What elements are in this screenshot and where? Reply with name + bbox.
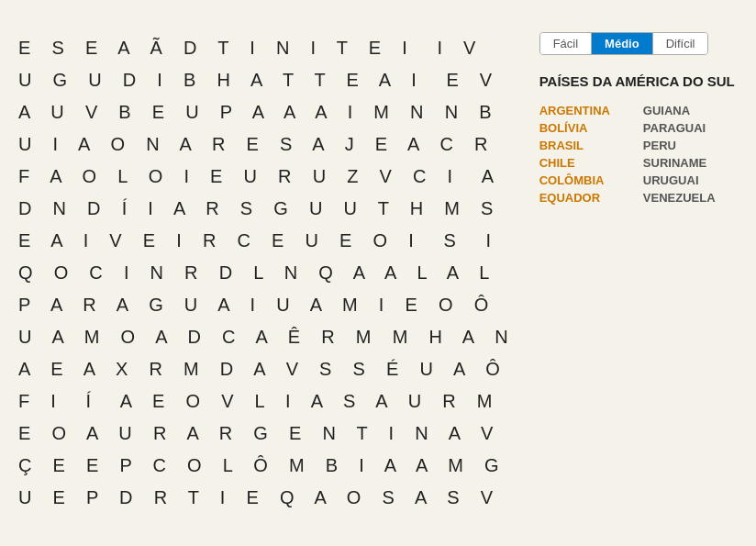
grid-row: D N D Í I A R S G U U T H M S — [18, 193, 512, 225]
grid-row: E O A U R A R G E N T I N A V — [18, 418, 512, 450]
word-item-equador: EQUADOR — [539, 191, 634, 205]
word-item-argentina: ARGENTINA — [539, 104, 634, 117]
difficulty-selector[interactable]: FácilMédioDifícil — [539, 32, 709, 55]
grid-row: F I Í A E O V L I A S A U R M — [18, 385, 512, 418]
main-container: E S E A Ã D T I N I T E I I VU G U D I B… — [0, 14, 756, 532]
word-item-guiana: GUIANA — [643, 104, 738, 117]
difficulty-difícil-button[interactable]: Difícil — [653, 33, 708, 54]
grid-section: E S E A Ã D T I N I T E I I VU G U D I B… — [18, 32, 512, 514]
word-item-peru: PERU — [643, 139, 738, 152]
word-item-bolívia: BOLÍVIA — [539, 121, 634, 135]
word-item-colômbia: COLÔMBIA — [539, 173, 634, 187]
grid-row: P A R A G U A I U A M I E O Ô — [18, 289, 512, 321]
difficulty-médio-button[interactable]: Médio — [592, 33, 653, 54]
grid-row: Ç E E P C O L Ô M B I A A M G — [18, 450, 512, 482]
grid-row: U E P D R T I E Q A O S A S V — [18, 482, 512, 514]
grid-row: E A I V E I R C E U E O I S I — [18, 225, 512, 257]
word-item-brasil: BRASIL — [539, 139, 634, 152]
grid-row: A E A X R M D A V S S É U A Ô — [18, 353, 512, 385]
word-list-title: PAÍSES DA AMÉRICA DO SUL — [539, 73, 738, 89]
grid-row: F A O L O I E U R U Z V C I A — [18, 161, 512, 193]
grid-row: U I A O N A R E S A J E A C R — [18, 128, 512, 161]
word-search-grid: E S E A Ã D T I N I T E I I VU G U D I B… — [18, 32, 512, 514]
word-item-venezuela: VENEZUELA — [643, 191, 738, 205]
word-item-uruguai: URUGUAI — [643, 173, 738, 187]
word-item-chile: CHILE — [539, 156, 634, 170]
word-item-paraguai: PARAGUAI — [643, 121, 738, 135]
grid-row: U G U D I B H A T T E A I E V — [18, 64, 512, 96]
difficulty-fácil-button[interactable]: Fácil — [540, 33, 592, 54]
grid-row: E S E A Ã D T I N I T E I I V — [18, 32, 512, 64]
grid-row: Q O C I N R D L N Q A A L A L — [18, 257, 512, 289]
word-list: ARGENTINAGUIANABOLÍVIAPARAGUAIBRASILPERU… — [539, 104, 738, 205]
sidebar: FácilMédioDifícil PAÍSES DA AMÉRICA DO S… — [539, 32, 738, 514]
grid-row: A U V B E U P A A A I M N N B — [18, 96, 512, 128]
word-item-suriname: SURINAME — [643, 156, 738, 170]
grid-row: U A M O A D C A Ê R M M H A N — [18, 321, 512, 353]
